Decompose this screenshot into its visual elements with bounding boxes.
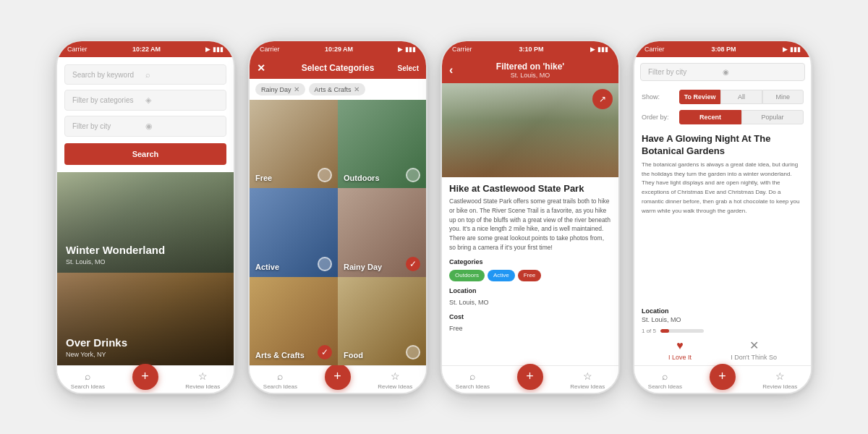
- detail-body: Castlewood State Park offers some great …: [442, 197, 618, 365]
- carrier-4: Carrier: [644, 46, 665, 53]
- hero-title-2: Over Drinks: [66, 336, 127, 349]
- hero-card-1[interactable]: Winter Wonderland St. Louis, MO: [57, 172, 234, 273]
- time-2: 10:29 AM: [325, 46, 353, 53]
- detail-tags: Outdoors Active Free: [449, 270, 611, 281]
- star-nav-icon-3: ☆: [583, 370, 592, 382]
- screen-4: Filter by city ◉ Show: To Review All Min…: [634, 57, 811, 365]
- tag-outdoors: Outdoors: [449, 270, 485, 281]
- detail-description: Castlewood State Park offers some great …: [449, 197, 611, 252]
- nav-review-3[interactable]: ☆ Review Ideas: [570, 370, 605, 390]
- status-bar-2: Carrier 10:29 AM ▶ ▮▮▮: [250, 41, 426, 57]
- location-icon: ◉: [145, 122, 218, 131]
- share-button[interactable]: ↗: [592, 89, 613, 109]
- cat-outdoors[interactable]: Outdoors: [338, 100, 426, 188]
- nav-search-3[interactable]: ⌕ Search Ideas: [456, 370, 490, 390]
- show-label: Show:: [642, 93, 679, 101]
- battery-icons-4: ▶ ▮▮▮: [783, 46, 801, 53]
- search-nav-icon-3: ⌕: [469, 370, 475, 382]
- show-toggle: To Review All Mine: [679, 90, 804, 104]
- love-it-button[interactable]: ♥ I Love It: [668, 339, 692, 361]
- star-nav-icon-4: ☆: [775, 370, 785, 382]
- detail-image: ↗: [442, 83, 618, 177]
- tag-free: Free: [518, 270, 541, 281]
- close-button[interactable]: ✕: [257, 62, 265, 74]
- cat-active[interactable]: Active: [250, 188, 338, 276]
- carrier-3: Carrier: [452, 46, 472, 53]
- cat-rainy[interactable]: Rainy Day ✓: [338, 188, 426, 276]
- fab-4[interactable]: +: [710, 364, 736, 390]
- fab-2[interactable]: +: [325, 364, 351, 390]
- search-nav-icon-2: ⌕: [277, 370, 283, 382]
- header-title-2: Select Categories: [302, 63, 375, 73]
- show-all[interactable]: All: [720, 90, 762, 104]
- nav-review-4[interactable]: ☆ Review Ideas: [762, 370, 797, 390]
- location-label-3: Location: [449, 286, 611, 297]
- chip-rainy[interactable]: Rainy Day ✕: [255, 83, 305, 95]
- cat-check-food[interactable]: [406, 345, 420, 359]
- review-progress: 1 of 5: [634, 323, 811, 334]
- phone-detail: Carrier 3:10 PM ▶ ▮▮▮ ‹ Filtered on 'hik…: [441, 40, 620, 394]
- categories-input[interactable]: Filter by categories ◈: [64, 90, 226, 111]
- header-title-block-3: Filtered on 'hike' St. Louis, MO: [496, 61, 564, 79]
- heart-icon: ♥: [676, 339, 684, 352]
- review-loc-label: Location: [642, 307, 804, 315]
- order-row: Order by: Recent Popular: [634, 107, 811, 127]
- chip-close-rainy[interactable]: ✕: [294, 85, 299, 93]
- time-1: 10:22 AM: [132, 46, 161, 53]
- bottom-nav-2: ⌕ Search Ideas + ☆ Review Ideas: [250, 365, 426, 393]
- cost-label: Cost: [449, 312, 611, 323]
- search-icon: ⌕: [145, 70, 218, 79]
- dont-think-so-button[interactable]: ✕ I Don't Think So: [731, 339, 777, 361]
- carrier-1: Carrier: [67, 46, 88, 53]
- search-button[interactable]: Search: [64, 143, 226, 165]
- chip-row: Rainy Day ✕ Arts & Crafts ✕: [250, 79, 426, 100]
- nav-review-2[interactable]: ☆ Review Ideas: [378, 370, 412, 390]
- location-icon-4: ◉: [723, 68, 797, 76]
- phone-search: Carrier 10:22 AM ▶ ▮▮▮ Search by keyword…: [56, 40, 235, 394]
- nav-search-2[interactable]: ⌕ Search Ideas: [263, 370, 297, 390]
- header-2: ✕ Select Categories Select: [250, 57, 426, 79]
- search-nav-icon-4: ⌕: [662, 370, 668, 382]
- cat-arts[interactable]: Arts & Crafts ✓: [250, 277, 338, 365]
- x-icon: ✕: [749, 339, 759, 352]
- hero-subtitle-1: St. Louis, MO: [66, 258, 106, 265]
- select-button[interactable]: Select: [398, 64, 419, 72]
- fab-3[interactable]: +: [517, 364, 543, 390]
- nav-search-1[interactable]: ⌕ Search Ideas: [71, 370, 105, 390]
- chip-close-arts[interactable]: ✕: [354, 85, 359, 93]
- header-subtitle-3: St. Louis, MO: [511, 72, 550, 79]
- cat-check-arts[interactable]: ✓: [318, 345, 332, 359]
- screen-1: Search by keyword ⌕ Filter by categories…: [57, 57, 234, 365]
- progress-text: 1 of 5: [642, 328, 656, 334]
- bottom-nav-3: ⌕ Search Ideas + ☆ Review Ideas: [442, 365, 618, 393]
- carrier-2: Carrier: [260, 46, 280, 53]
- city-filter-input[interactable]: Filter by city ◉: [640, 63, 805, 81]
- hero-card-2[interactable]: Over Drinks New York, NY: [57, 273, 234, 365]
- show-mine[interactable]: Mine: [762, 90, 804, 104]
- order-recent[interactable]: Recent: [679, 110, 741, 124]
- status-bar-1: Carrier 10:22 AM ▶ ▮▮▮: [57, 41, 234, 57]
- nav-review-1[interactable]: ☆ Review Ideas: [185, 370, 220, 390]
- phone-categories: Carrier 10:29 AM ▶ ▮▮▮ ✕ Select Categori…: [248, 40, 427, 394]
- bottom-nav-4: ⌕ Search Ideas + ☆ Review Ideas: [634, 365, 811, 393]
- progress-track: [660, 329, 704, 333]
- cat-food[interactable]: Food: [338, 277, 426, 365]
- cat-check-rainy[interactable]: ✓: [406, 257, 420, 271]
- fab-1[interactable]: +: [132, 364, 158, 390]
- cat-free[interactable]: Free: [250, 100, 338, 188]
- nav-search-4[interactable]: ⌕ Search Ideas: [648, 370, 682, 390]
- order-label: Order by:: [642, 114, 679, 121]
- back-button-3[interactable]: ‹: [449, 64, 453, 77]
- detail-title: Hike at Castlewood State Park: [442, 177, 618, 197]
- status-bar-4: Carrier 3:08 PM ▶ ▮▮▮: [634, 41, 811, 57]
- chip-arts[interactable]: Arts & Crafts ✕: [309, 83, 365, 95]
- show-to-review[interactable]: To Review: [679, 90, 720, 104]
- order-popular[interactable]: Popular: [741, 110, 804, 124]
- keyword-input[interactable]: Search by keyword ⌕: [64, 64, 226, 85]
- hero-cards: Winter Wonderland St. Louis, MO Over Dri…: [57, 172, 234, 365]
- detail-location: St. Louis, MO: [449, 298, 611, 308]
- city-input[interactable]: Filter by city ◉: [64, 116, 226, 137]
- battery-icons-1: ▶ ▮▮▮: [205, 46, 224, 53]
- cat-check-active[interactable]: [318, 257, 332, 271]
- bottom-nav-1: ⌕ Search Ideas + ☆ Review Ideas: [57, 365, 234, 393]
